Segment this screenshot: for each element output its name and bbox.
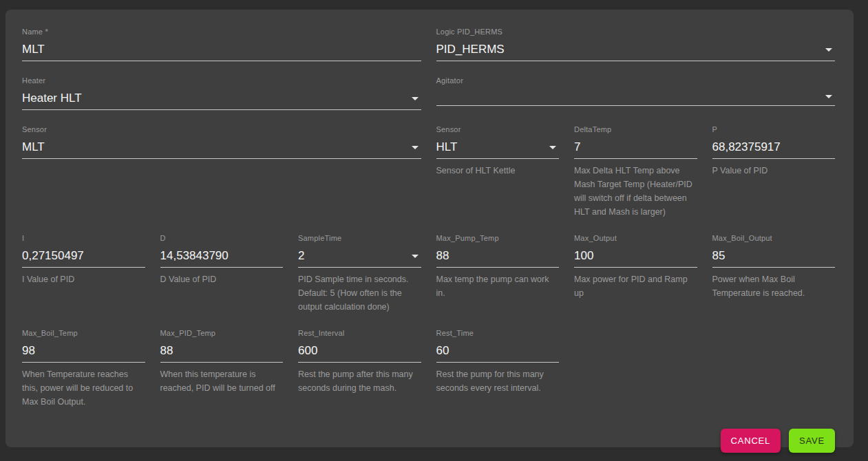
sensor-label: Sensor — [22, 125, 421, 134]
name-field[interactable]: Name * MLT — [22, 28, 421, 61]
max-boil-temp-helper: When Temperature reaches this, power wil… — [22, 367, 145, 409]
rest-interval-input[interactable]: 600 — [298, 344, 421, 363]
agitator-label: Agitator — [436, 76, 836, 85]
max-pump-temp-helper: Max temp the pump can work in. — [436, 272, 560, 300]
rest-time-label: Rest_Time — [436, 329, 560, 338]
max-pump-temp-input[interactable]: 88 — [436, 249, 560, 268]
d-helper: D Value of PID — [160, 272, 284, 286]
sensor-select[interactable]: Sensor MLT — [22, 125, 421, 219]
rest-time-input[interactable]: 60 — [436, 344, 560, 363]
logic-dropdown[interactable]: PID_HERMS — [436, 43, 836, 61]
max-boil-temp-label: Max_Boil_Temp — [22, 329, 145, 338]
max-output-helper: Max power for PID and Ramp up — [574, 272, 697, 300]
sensor-dropdown[interactable]: MLT — [22, 140, 421, 159]
max-pump-temp-label: Max_Pump_Temp — [436, 234, 560, 243]
i-helper: I Value of PID — [22, 272, 145, 286]
save-button[interactable]: SAVE — [789, 429, 835, 453]
max-output-label: Max_Output — [574, 234, 697, 243]
p-field[interactable]: P 68,82375917 P Value of PID — [712, 125, 836, 219]
max-pid-temp-input[interactable]: 88 — [160, 344, 284, 363]
rest-time-helper: Rest the pump for this many seconds ever… — [436, 367, 560, 395]
agitator-select[interactable]: Agitator — [436, 76, 836, 110]
max-boil-output-input[interactable]: 85 — [712, 249, 836, 268]
max-boil-temp-field[interactable]: Max_Boil_Temp 98 When Temperature reache… — [22, 329, 145, 409]
settings-form-panel: Name * MLT Logic PID_HERMS PID_HERMS Hea… — [6, 10, 854, 447]
hlt-sensor-dropdown[interactable]: HLT — [436, 140, 560, 159]
rest-interval-label: Rest_Interval — [298, 329, 421, 338]
hlt-sensor-helper: Sensor of HLT Kettle — [436, 164, 560, 178]
d-field[interactable]: D 14,53843790 D Value of PID — [160, 234, 284, 314]
max-boil-output-helper: Power when Max Boil Temperature is reach… — [712, 272, 836, 300]
rest-interval-helper: Rest the pump after this many seconds du… — [298, 367, 421, 395]
heater-dropdown[interactable]: Heater HLT — [22, 92, 421, 110]
sample-time-helper: PID Sample time in seconds. Default: 5 (… — [298, 272, 421, 314]
max-pump-temp-field[interactable]: Max_Pump_Temp 88 Max temp the pump can w… — [436, 234, 560, 314]
p-label: P — [712, 125, 836, 134]
delta-temp-field[interactable]: DeltaTemp 7 Max Delta HLT Temp above Mas… — [574, 125, 697, 219]
max-boil-temp-input[interactable]: 98 — [22, 344, 145, 363]
chevron-down-icon — [412, 97, 419, 100]
page-background: { "form": { "fields": { "name": {"label"… — [0, 0, 868, 461]
i-label: I — [22, 234, 145, 243]
delta-temp-input[interactable]: 7 — [574, 140, 697, 159]
name-label: Name * — [22, 28, 421, 36]
chevron-down-icon — [825, 95, 832, 98]
agitator-dropdown[interactable] — [436, 92, 836, 106]
sample-time-dropdown[interactable]: 2 — [298, 249, 421, 268]
p-helper: P Value of PID — [712, 164, 836, 178]
i-field[interactable]: I 0,27150497 I Value of PID — [22, 234, 145, 314]
chevron-down-icon — [549, 146, 556, 149]
max-output-field[interactable]: Max_Output 100 Max power for PID and Ram… — [574, 234, 697, 314]
chevron-down-icon — [412, 146, 419, 149]
hlt-sensor-label: Sensor — [436, 125, 560, 134]
logic-select[interactable]: Logic PID_HERMS PID_HERMS — [436, 28, 836, 61]
max-output-input[interactable]: 100 — [574, 249, 697, 268]
d-label: D — [160, 234, 284, 243]
logic-label: Logic PID_HERMS — [436, 28, 836, 36]
cancel-button[interactable]: CANCEL — [721, 429, 781, 453]
d-input[interactable]: 14,53843790 — [160, 249, 284, 268]
chevron-down-icon — [825, 48, 832, 52]
sample-time-label: SampleTime — [298, 234, 421, 243]
heater-label: Heater — [22, 76, 421, 85]
i-input[interactable]: 0,27150497 — [22, 249, 145, 268]
max-pid-temp-helper: When this temperature is reached, PID wi… — [160, 367, 284, 395]
max-boil-output-label: Max_Boil_Output — [712, 234, 836, 243]
rest-time-field[interactable]: Rest_Time 60 Rest the pump for this many… — [436, 329, 560, 409]
delta-temp-helper: Max Delta HLT Temp above Mash Target Tem… — [574, 164, 697, 219]
p-input[interactable]: 68,82375917 — [712, 140, 836, 159]
name-input[interactable]: MLT — [22, 43, 421, 61]
heater-select[interactable]: Heater Heater HLT — [22, 76, 421, 110]
max-boil-output-field[interactable]: Max_Boil_Output 85 Power when Max Boil T… — [712, 234, 836, 314]
dialog-actions: CANCEL SAVE — [22, 429, 835, 453]
chevron-down-icon — [412, 255, 419, 258]
hlt-sensor-select[interactable]: Sensor HLT Sensor of HLT Kettle — [436, 125, 560, 219]
max-pid-temp-field[interactable]: Max_PID_Temp 88 When this temperature is… — [160, 329, 284, 409]
rest-interval-field[interactable]: Rest_Interval 600 Rest the pump after th… — [298, 329, 421, 409]
sample-time-select[interactable]: SampleTime 2 PID Sample time in seconds.… — [298, 234, 421, 314]
max-pid-temp-label: Max_PID_Temp — [160, 329, 284, 338]
delta-temp-label: DeltaTemp — [574, 125, 697, 134]
